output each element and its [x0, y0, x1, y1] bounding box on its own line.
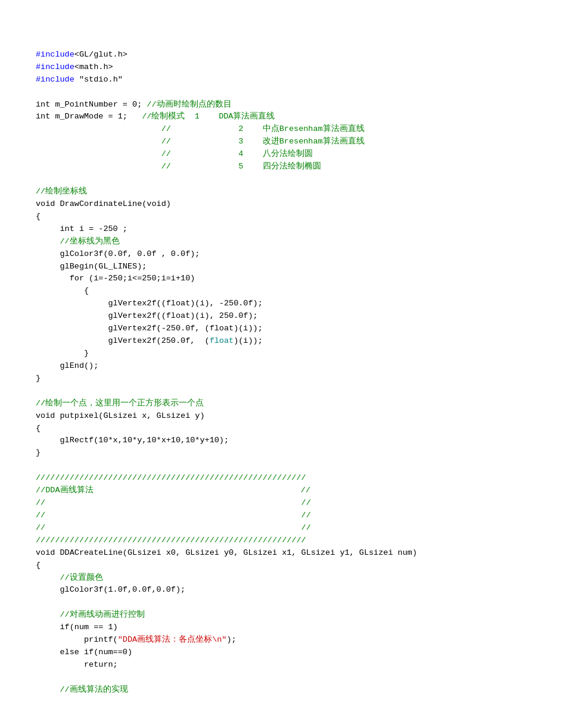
code-segment: // //	[36, 523, 311, 532]
code-line: }	[36, 447, 545, 460]
code-line: void DrawCordinateLine(void)	[36, 198, 545, 211]
code-line: //对画线动画进行控制	[36, 609, 545, 621]
code-segment: }	[36, 448, 41, 457]
code-segment: //坐标线为黑色	[36, 237, 120, 246]
code-segment: glColor3f(0.0f, 0.0f , 0.0f);	[36, 249, 200, 258]
code-line	[36, 596, 545, 609]
code-segment: // 4 八分法绘制圆	[36, 149, 313, 158]
code-segment: #include	[36, 63, 74, 71]
code-segment: glRectf(10*x,10*y,10*x+10,10*y+10);	[36, 436, 229, 445]
code-line: {	[36, 560, 545, 572]
code-line: ////////////////////////////////////////…	[36, 535, 545, 547]
code-line: else if(num==0)	[36, 646, 545, 659]
code-segment: {	[36, 424, 41, 433]
code-line: glVertex2f(250.0f, (float)(i));	[36, 335, 545, 348]
code-segment: m_DrawMode = 1;	[50, 112, 142, 121]
code-line: void putpixel(GLsizei x, GLsizei y)	[36, 410, 545, 423]
code-line: // 2 中点Bresenham算法画直线	[36, 123, 545, 136]
code-segment: //对画线动画进行控制	[36, 610, 145, 619]
code-segment: );	[226, 635, 236, 644]
code-line: if(num == 1)	[36, 621, 545, 634]
code-segment: glVertex2f(-250.0f, (float)(i));	[36, 324, 263, 333]
code-segment: //设置颜色	[36, 573, 103, 582]
code-segment: "DDA画线算法：各点坐标\n"	[118, 635, 227, 644]
code-segment: #include	[36, 50, 74, 59]
code-line	[36, 671, 545, 684]
code-line	[36, 36, 545, 49]
code-line: glColor3f(0.0f, 0.0f , 0.0f);	[36, 248, 545, 261]
code-line	[36, 460, 545, 472]
code-line: // 5 四分法绘制椭圆	[36, 161, 545, 173]
code-segment: )(i));	[234, 336, 263, 345]
code-segment: void putpixel(GLsizei x, GLsizei y)	[36, 411, 205, 420]
code-line: {	[36, 211, 545, 223]
code-segment: glVertex2f((float)(i), 250.0f);	[36, 311, 258, 320]
code-segment: int	[36, 224, 74, 233]
code-line: // //	[36, 522, 545, 535]
code-segment: glEnd();	[36, 361, 98, 370]
code-segment: }	[36, 349, 89, 358]
code-segment: ////////////////////////////////////////…	[36, 473, 306, 482]
code-segment: //画线算法的实现	[36, 685, 128, 694]
code-segment: glColor3f(1.0f,0.0f,0.0f);	[36, 585, 185, 594]
code-line: int i = -250 ;	[36, 223, 545, 236]
code-line: int m_PointNumber = 0; //动画时绘制点的数目	[36, 99, 545, 111]
code-segment: //绘制模式 1 DDA算法画直线	[142, 112, 275, 121]
code-line: //坐标线为黑色	[36, 236, 545, 248]
code-line: //绘制一个点，这里用一个正方形表示一个点	[36, 398, 545, 410]
code-line: #include<math.h>	[36, 61, 545, 74]
code-segment: // //	[36, 511, 311, 520]
code-segment: glBegin(GL_LINES);	[36, 262, 147, 271]
code-line: //设置颜色	[36, 572, 545, 585]
code-line: //画线算法的实现	[36, 684, 545, 696]
code-line: // //	[36, 510, 545, 522]
code-editor: #include<GL/glut.h>#include<math.h>#incl…	[36, 24, 545, 696]
code-line: glBegin(GL_LINES);	[36, 261, 545, 273]
code-segment: int	[36, 100, 50, 109]
code-segment: // 5 四分法绘制椭圆	[36, 162, 321, 171]
code-line: //绘制坐标线	[36, 186, 545, 198]
code-segment: void DDACreateLine(GLsizei x0, GLsizei y…	[36, 548, 417, 557]
code-segment: <GL/glut.h>	[74, 50, 127, 59]
code-line: glColor3f(1.0f,0.0f,0.0f);	[36, 584, 545, 596]
code-segment: printf(	[36, 635, 118, 644]
code-segment: glVertex2f((float)(i), -250.0f);	[36, 299, 263, 308]
code-line: void DDACreateLine(GLsizei x0, GLsizei y…	[36, 547, 545, 560]
code-line	[36, 385, 545, 398]
code-segment: if(num == 1)	[36, 623, 118, 632]
code-segment: //DDA画线算法 //	[36, 486, 310, 495]
code-segment: {	[36, 212, 41, 221]
code-segment: "stdio.h"	[79, 75, 123, 84]
code-segment: <math.h>	[74, 63, 113, 71]
code-line: return;	[36, 659, 545, 671]
code-segment: }	[36, 374, 41, 383]
code-line: for (i=-250;i<=250;i=i+10)	[36, 273, 545, 285]
code-segment: ////////////////////////////////////////…	[36, 536, 306, 545]
code-line: glVertex2f((float)(i), -250.0f);	[36, 298, 545, 310]
code-segment: return;	[36, 660, 118, 669]
code-line: ////////////////////////////////////////…	[36, 472, 545, 485]
code-segment: i = -250 ;	[74, 224, 127, 233]
code-segment: void DrawCordinateLine(void)	[36, 199, 171, 208]
code-line	[36, 86, 545, 99]
code-segment: {	[36, 561, 41, 570]
code-line	[36, 173, 545, 186]
code-line: int m_DrawMode = 1; //绘制模式 1 DDA算法画直线	[36, 111, 545, 123]
code-line: }	[36, 348, 545, 360]
code-segment: #include	[36, 75, 79, 84]
code-segment: glVertex2f(250.0f, (	[36, 336, 210, 345]
code-segment: //动画时绘制点的数目	[147, 100, 231, 109]
code-line: glVertex2f((float)(i), 250.0f);	[36, 310, 545, 323]
code-line: // 4 八分法绘制圆	[36, 148, 545, 161]
code-line: glVertex2f(-250.0f, (float)(i));	[36, 323, 545, 335]
code-segment: for (i=-250;i<=250;i=i+10)	[36, 274, 195, 283]
code-line: // //	[36, 497, 545, 510]
code-line: #include<GL/glut.h>	[36, 49, 545, 61]
code-segment: int	[36, 112, 50, 121]
code-line: }	[36, 373, 545, 385]
code-line: {	[36, 423, 545, 435]
code-line: glRectf(10*x,10*y,10*x+10,10*y+10);	[36, 435, 545, 447]
code-segment: //绘制坐标线	[36, 187, 87, 196]
code-segment: else if(num==0)	[36, 648, 132, 657]
code-segment: // //	[36, 498, 311, 507]
